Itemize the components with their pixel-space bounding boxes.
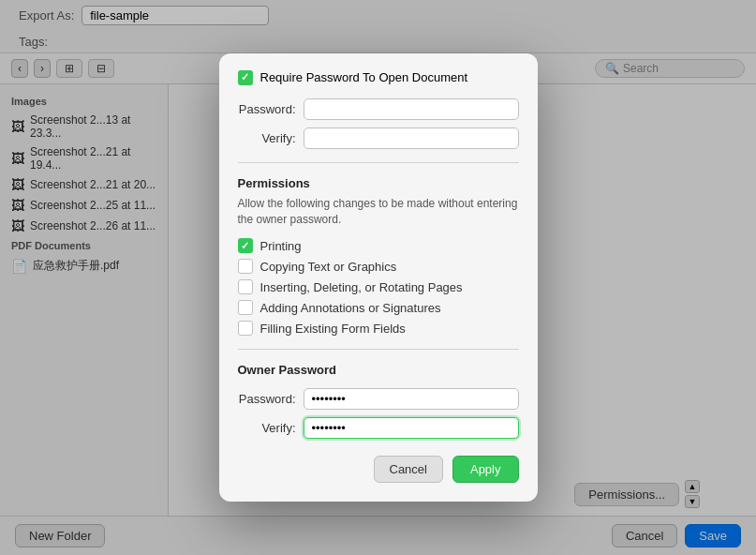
perm-inserting-checkbox[interactable] xyxy=(238,279,253,294)
owner-verify-row: Verify: xyxy=(238,417,519,439)
perm-annotations: Adding Annotations or Signatures xyxy=(238,300,519,315)
perm-annotations-label: Adding Annotations or Signatures xyxy=(260,301,441,315)
modal-apply-button[interactable]: Apply xyxy=(452,456,519,483)
perm-copying-label: Copying Text or Graphics xyxy=(260,260,397,274)
divider1 xyxy=(238,162,519,163)
perm-inserting-label: Inserting, Deleting, or Rotating Pages xyxy=(260,280,463,294)
require-password-row: Require Password To Open Document xyxy=(238,70,519,85)
perm-annotations-checkbox[interactable] xyxy=(238,300,253,315)
perm-printing-checkbox[interactable] xyxy=(238,238,253,253)
perm-forms: Filling Existing Form Fields xyxy=(238,321,519,336)
owner-verify-label: Verify: xyxy=(238,421,304,435)
password-label: Password: xyxy=(238,102,304,116)
owner-password-input[interactable] xyxy=(304,388,519,410)
open-verify-row: Verify: xyxy=(238,128,519,149)
require-password-label: Require Password To Open Document xyxy=(260,70,468,84)
modal-buttons: Cancel Apply xyxy=(238,456,519,483)
open-verify-input[interactable] xyxy=(304,128,519,149)
perm-printing: Printing xyxy=(238,238,519,253)
modal-overlay: Require Password To Open Document Passwo… xyxy=(0,0,756,555)
require-password-checkbox[interactable] xyxy=(238,70,253,85)
perm-copying-checkbox[interactable] xyxy=(238,259,253,274)
perm-inserting: Inserting, Deleting, or Rotating Pages xyxy=(238,279,519,294)
divider2 xyxy=(238,349,519,350)
permissions-desc: Allow the following changes to be made w… xyxy=(238,196,519,228)
owner-password-title: Owner Password xyxy=(238,363,519,377)
perm-forms-checkbox[interactable] xyxy=(238,321,253,336)
owner-password-label: Password: xyxy=(238,392,304,406)
open-password-row: Password: xyxy=(238,98,519,120)
owner-password-row: Password: xyxy=(238,388,519,410)
verify-label: Verify: xyxy=(238,131,304,145)
perm-copying: Copying Text or Graphics xyxy=(238,259,519,274)
permissions-title: Permissions xyxy=(238,176,519,190)
owner-verify-input[interactable] xyxy=(304,417,519,439)
perm-printing-label: Printing xyxy=(260,239,302,253)
open-password-input[interactable] xyxy=(304,98,519,120)
modal-dialog: Require Password To Open Document Passwo… xyxy=(219,53,538,502)
perm-forms-label: Filling Existing Form Fields xyxy=(260,322,406,336)
modal-cancel-button[interactable]: Cancel xyxy=(374,456,443,483)
